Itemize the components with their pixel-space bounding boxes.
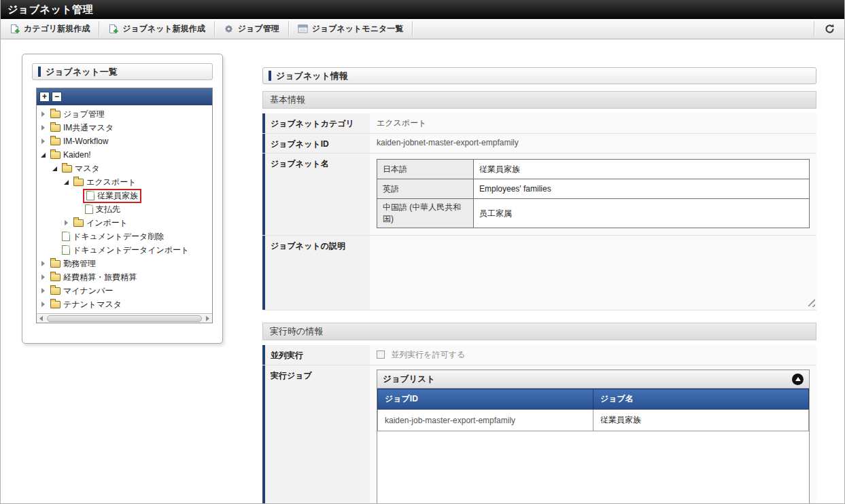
folder-icon xyxy=(50,260,61,268)
tree-node[interactable]: マイナンバー xyxy=(48,285,115,298)
tree-item-label: 支払先 xyxy=(96,204,120,215)
tree-node[interactable]: Kaiden! xyxy=(48,149,93,160)
name-table-body: 日本語従業員家族英語Employees' families中国語 (中華人民共和… xyxy=(377,160,810,228)
name-value-cell: Employees' families xyxy=(474,179,810,199)
create-category-label: カテゴリ新規作成 xyxy=(24,23,90,35)
tree-item[interactable]: IM共通マスタ xyxy=(37,121,212,134)
collapse-node-icon[interactable] xyxy=(39,150,48,160)
tree-node[interactable]: IM共通マスタ xyxy=(48,122,116,134)
description-value-wrap xyxy=(370,236,816,310)
expand-node-icon[interactable] xyxy=(39,109,48,119)
tree-node[interactable]: 支払先 xyxy=(83,203,122,216)
job-management-button[interactable]: ジョブ管理 xyxy=(215,19,288,39)
job-table-header-cell: ジョブID xyxy=(378,389,593,410)
tree-item[interactable]: ドキュメントデータ削除 xyxy=(37,230,212,243)
name-value-cell: 従業員家族 xyxy=(474,160,810,179)
tree-item[interactable]: テナントマスタ xyxy=(37,298,212,311)
scroll-right-arrow-icon[interactable] xyxy=(203,314,212,323)
app-window: ジョブネット管理 カテゴリ新規作成 ジョブネット新規作成 ジョブ管理 xyxy=(0,0,845,504)
create-jobnet-label: ジョブネット新規作成 xyxy=(122,23,205,35)
tree-horizontal-scrollbar[interactable] xyxy=(37,313,212,323)
jobnet-list-title: ジョブネット一覧 xyxy=(46,66,118,78)
job-name-cell: 従業員家族 xyxy=(593,410,809,431)
tree-item[interactable]: ジョブ管理 xyxy=(37,107,212,121)
jobnet-info-panel: ジョブネット情報 基本情報 ジョブネットカテゴリ エクスポート ジョブネットID… xyxy=(262,67,816,504)
tree-item[interactable]: 従業員家族 xyxy=(37,189,212,202)
scrollbar-thumb[interactable] xyxy=(47,315,202,322)
folder-icon xyxy=(50,274,61,281)
jobnet-name-table: 日本語従業員家族英語Employees' families中国語 (中華人民共和… xyxy=(377,159,810,228)
tree-item[interactable]: エクスポート xyxy=(37,175,212,189)
collapse-all-button[interactable]: − xyxy=(52,92,62,102)
create-category-button[interactable]: カテゴリ新規作成 xyxy=(1,19,99,39)
tree-node[interactable]: マスタ xyxy=(60,162,102,175)
tree-item[interactable]: 勤務管理 xyxy=(37,257,212,270)
tree-indent xyxy=(73,204,83,214)
expand-node-icon[interactable] xyxy=(39,259,48,268)
section-runtime-info: 実行時の情報 xyxy=(262,323,816,340)
tree-node[interactable]: 経費精算・旅費精算 xyxy=(48,271,139,284)
expand-node-icon[interactable] xyxy=(62,218,71,228)
jobnet-list-title-bar: ジョブネット一覧 xyxy=(32,63,213,80)
tree-item-label: 従業員家族 xyxy=(97,190,138,202)
folder-icon xyxy=(50,138,61,145)
create-jobnet-button[interactable]: ジョブネット新規作成 xyxy=(99,19,214,39)
job-table-row[interactable]: kaiden-job-master-export-empfamily従業員家族 xyxy=(378,410,809,431)
tree-item[interactable]: IM-Workflow xyxy=(37,134,212,148)
description-textarea[interactable] xyxy=(377,240,810,305)
collapse-node-icon[interactable] xyxy=(62,177,71,187)
tree-item[interactable]: Kaiden! xyxy=(37,148,212,162)
tree-item-label: 経費精算・旅費精算 xyxy=(63,272,137,283)
collapse-joblist-button[interactable] xyxy=(792,374,804,385)
jobnet-name-table-row: 中国語 (中華人民共和国)员工家属 xyxy=(377,199,810,228)
language-label-cell: 日本語 xyxy=(377,160,474,179)
expand-node-icon[interactable] xyxy=(39,137,48,146)
expand-node-icon[interactable] xyxy=(39,272,48,282)
runtime-form: 並列実行 並列実行を許可する 実行ジョブ ジョブリスト ジョブIDジョブ名 xyxy=(262,345,816,504)
expand-all-button[interactable]: + xyxy=(39,92,50,102)
tree-node[interactable]: エクスポート xyxy=(71,176,138,189)
tree-item-label: IM共通マスタ xyxy=(63,122,114,134)
expand-node-icon[interactable] xyxy=(39,123,48,132)
jobnet-id-label: ジョブネットID xyxy=(262,134,370,153)
resize-grip-icon[interactable] xyxy=(806,298,815,307)
tree-node[interactable]: インポート xyxy=(71,217,130,230)
expand-node-icon[interactable] xyxy=(39,300,48,309)
tree-node-selected[interactable]: 従業員家族 xyxy=(83,189,141,203)
parallel-exec-checkbox[interactable] xyxy=(377,350,385,359)
section-basic-info: 基本情報 xyxy=(262,91,816,109)
tree-item[interactable]: 経費精算・旅費精算 xyxy=(37,270,212,284)
tree-node[interactable]: テナントマスタ xyxy=(48,298,124,311)
tree-indent xyxy=(73,191,83,200)
folder-icon xyxy=(50,151,61,159)
tree-item[interactable]: インポート xyxy=(37,216,212,230)
jobnet-monitor-button[interactable]: ジョブネットモニタ一覧 xyxy=(289,19,413,39)
tree-item-label: エクスポート xyxy=(86,177,136,188)
tree-node[interactable]: ジョブ管理 xyxy=(48,108,107,121)
tree-item[interactable]: マスタ xyxy=(37,162,212,175)
parallel-exec-value: 並列実行を許可する xyxy=(370,345,816,365)
folder-icon xyxy=(50,124,61,132)
jobnet-name-value: 日本語従業員家族英語Employees' families中国語 (中華人民共和… xyxy=(370,154,816,235)
scroll-left-arrow-icon[interactable] xyxy=(37,314,46,323)
refresh-button[interactable] xyxy=(814,19,844,39)
tree-node[interactable]: ドキュメントデータ削除 xyxy=(60,230,166,243)
tree-node[interactable]: ドキュメントデータインポート xyxy=(60,244,191,257)
tree-node[interactable]: IM-Workflow xyxy=(48,136,110,147)
tree-node[interactable]: 勤務管理 xyxy=(48,257,98,270)
tree-item[interactable]: マイナンバー xyxy=(37,284,212,298)
expand-node-icon[interactable] xyxy=(39,286,48,295)
job-id-cell: kaiden-job-master-export-empfamily xyxy=(378,410,593,431)
name-value-cell: 员工家属 xyxy=(474,199,810,228)
folder-icon xyxy=(50,287,61,295)
parallel-exec-label: 並列実行 xyxy=(262,345,370,365)
jobnet-id-row: ジョブネットID kaiden-jobnet-master-export-emp… xyxy=(262,134,816,154)
tree-toolbar: + − xyxy=(37,88,212,105)
jobnet-name-row: ジョブネット名 日本語従業員家族英語Employees' families中国語… xyxy=(262,154,816,236)
tree-item[interactable]: ドキュメントデータインポート xyxy=(37,243,212,257)
page-icon xyxy=(86,191,94,200)
job-table-header-row: ジョブIDジョブ名 xyxy=(378,389,809,410)
jobnet-name-table-row: 日本語従業員家族 xyxy=(377,160,810,179)
tree-item[interactable]: 支払先 xyxy=(37,202,212,216)
collapse-node-icon[interactable] xyxy=(50,164,60,173)
